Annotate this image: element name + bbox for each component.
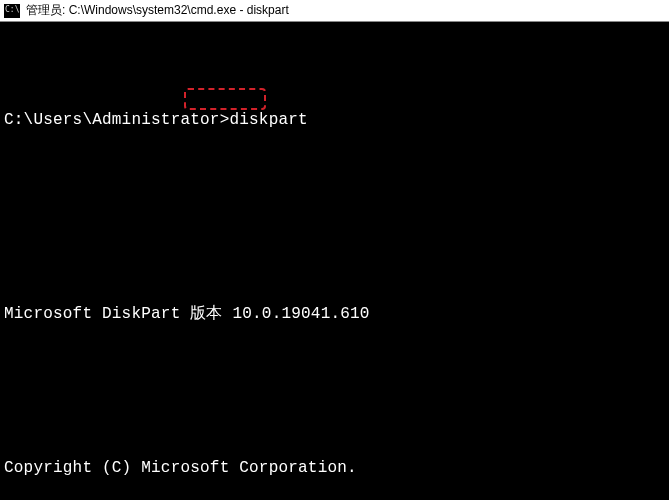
prompt-prefix: C:\Users\Administrator>: [4, 111, 229, 129]
copyright-line: Copyright (C) Microsoft Corporation.: [4, 458, 665, 478]
window-titlebar: 管理员: C:\Windows\system32\cmd.exe - diskp…: [0, 0, 669, 22]
blank-line: [4, 384, 665, 398]
cmd-diskpart: diskpart: [229, 111, 307, 129]
cmd-app-icon: [4, 4, 20, 18]
prompt-line-1: C:\Users\Administrator>diskpart: [4, 90, 665, 170]
highlight-diskpart: [184, 88, 266, 110]
terminal-output[interactable]: C:\Users\Administrator>diskpart Microsof…: [0, 22, 669, 500]
blank-line: [4, 230, 665, 244]
window-title: 管理员: C:\Windows\system32\cmd.exe - diskp…: [26, 2, 289, 19]
version-line: Microsoft DiskPart 版本 10.0.19041.610: [4, 304, 665, 324]
